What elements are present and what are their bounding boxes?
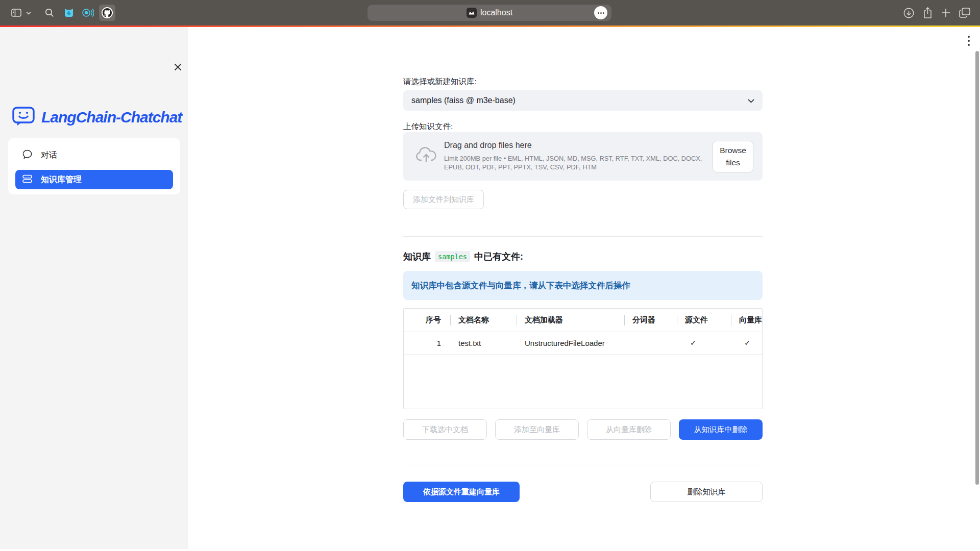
table-row[interactable]: 1 test.txt UnstructuredFileLoader ✓ ✓ [404,332,762,354]
kb-files-heading: 知识库 samples 中已有文件: [403,251,523,263]
col-header-index: 序号 [404,309,450,332]
share-icon[interactable] [920,6,935,20]
main-menu-kebab-icon[interactable] [965,34,973,48]
kb-selected-value: samples (faiss @ m3e-base) [411,96,748,105]
github-icon [102,7,113,18]
sidebar-nav: 对话 知识库管理 [8,138,180,194]
cell-name: test.txt [450,332,517,354]
divider [403,236,763,237]
cat-extension-icon[interactable] [62,6,76,20]
upload-label: 上传知识文件: [403,121,453,132]
delete-from-kb-button[interactable]: 从知识库中删除 [679,419,763,440]
cell-source-check: ✓ [677,332,731,354]
cell-splitter [624,332,677,354]
kb-select-label: 请选择或新建知识库: [403,77,477,87]
kb-files-table: 序号 文档名称 文档加载器 分词器 源文件 向量库 1 test.txt Uns… [403,308,763,409]
table-actions: 下载选中文档 添加至向量库 从向量库删除 从知识库中删除 [403,419,763,440]
cell-vector-check: ✓ [731,332,762,354]
kb-selectbox[interactable]: samples (faiss @ m3e-base) [403,90,763,111]
sidebar-item-chat[interactable]: 对话 [15,145,173,165]
scrollbar-thumb[interactable] [975,51,979,485]
logo-text: LangChain-Chatchat [41,109,182,126]
kb-files-heading-suffix: 中已有文件: [474,251,523,263]
kb-name-code: samples [435,251,470,262]
dropzone-title: Drag and drop files here [444,141,532,150]
browser-toolbar: localhost [0,0,980,26]
col-header-source: 源文件 [677,309,731,332]
cloud-upload-icon [415,146,437,167]
sidebar-toggle-icon[interactable] [9,6,23,20]
delete-from-vector-store-button[interactable]: 从向量库删除 [587,419,671,440]
circles-extension-icon[interactable] [81,6,95,20]
search-icon[interactable] [42,6,57,20]
col-header-splitter: 分词器 [624,309,677,332]
logo-chat-bubble-icon [12,106,35,129]
col-header-vector: 向量库 [731,309,762,332]
browse-files-button[interactable]: Browse files [713,141,753,172]
sidebar-item-kb-management[interactable]: 知识库管理 [15,170,173,189]
add-files-to-kb-button[interactable]: 添加文件到知识库 [403,190,484,209]
database-stack-icon [22,174,32,185]
file-dropzone[interactable]: Drag and drop files here Limit 200MB per… [403,132,763,181]
new-tab-icon[interactable] [939,6,953,20]
chevron-down-icon[interactable] [24,6,33,20]
sidebar-bottom-strip [0,549,188,551]
github-extension-icon[interactable] [99,5,115,21]
info-alert: 知识库中包含源文件与向量库，请从下表中选择文件后操作 [403,271,763,300]
cell-index: 1 [404,332,450,354]
site-favicon [467,8,477,18]
info-alert-text: 知识库中包含源文件与向量库，请从下表中选择文件后操作 [411,280,630,291]
table-header-row: 序号 文档名称 文档加载器 分词器 源文件 向量库 [404,309,762,332]
select-chevron-down-icon [748,96,754,105]
cell-loader: UnstructuredFileLoader [517,332,624,354]
sidebar-item-label: 知识库管理 [41,174,82,185]
app-logo: LangChain-Chatchat [12,106,182,129]
chat-bubble-icon [22,149,32,161]
download-icon[interactable] [901,6,916,20]
sidebar: LangChain-Chatchat 对话 知识库管理 [0,27,188,549]
rebuild-vector-store-button[interactable]: 依据源文件重建向量库 [403,482,520,502]
add-to-vector-store-button[interactable]: 添加至向量库 [495,419,579,440]
tabs-overview-icon[interactable] [958,6,972,20]
url-bar[interactable]: localhost [368,5,611,21]
kb-files-heading-prefix: 知识库 [403,251,431,263]
divider [403,465,763,465]
download-selected-button[interactable]: 下载选中文档 [403,419,487,440]
delete-kb-button[interactable]: 删除知识库 [650,482,763,502]
url-more-icon[interactable] [594,6,607,19]
col-header-loader: 文档加载器 [517,309,624,332]
col-header-name: 文档名称 [450,309,517,332]
url-text: localhost [480,8,512,17]
dropzone-hint: Limit 200MB per file • EML, HTML, JSON, … [444,154,709,171]
sidebar-item-label: 对话 [41,150,57,161]
screen: localhost [0,0,980,551]
sidebar-close-icon[interactable] [172,61,184,73]
